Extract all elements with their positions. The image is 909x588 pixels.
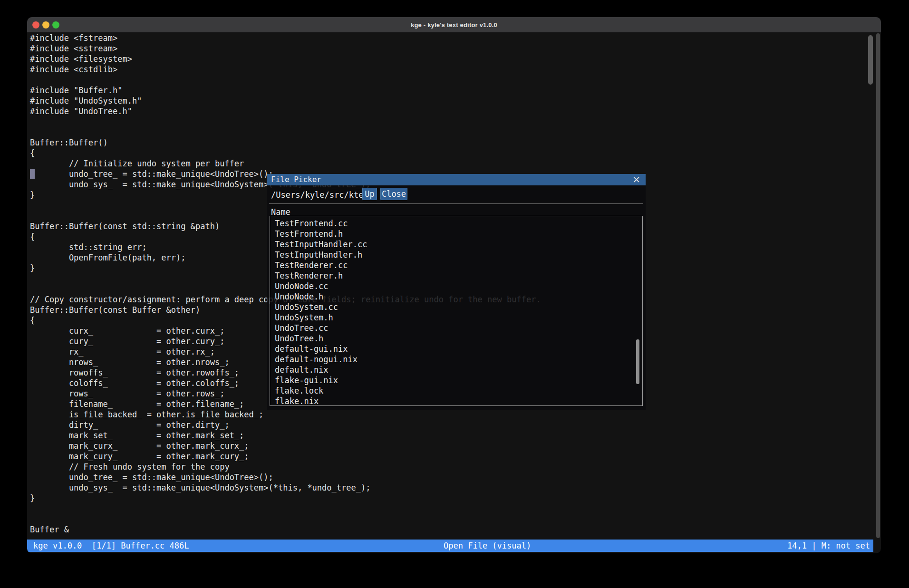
text-cursor [30,169,35,179]
code-line: { [30,148,871,158]
code-line: #include <cstdlib> [30,64,871,75]
editor-scrollbar-thumb[interactable] [868,35,873,85]
code-line: // Initialize undo system per buffer [30,158,871,169]
file-list-scrollbar-thumb[interactable] [636,339,639,384]
code-line [30,503,871,514]
code-line: #include <filesystem> [30,54,871,64]
file-list-item[interactable]: flake.nix [270,396,642,406]
file-list-item[interactable]: UndoNode.h [270,291,642,302]
code-line: undo_tree_ = std::make_unique<UndoTree>(… [30,472,871,482]
code-line [30,116,871,127]
window-titlebar: kge - kyle's text editor v1.0.0 [27,17,881,32]
code-line: #include "UndoTree.h" [30,106,871,116]
file-list-item[interactable]: UndoSystem.h [270,312,642,323]
code-line: is_file_backed_ = other.is_file_backed_; [30,409,871,420]
code-line: Buffer::Buffer() [30,137,871,148]
code-line: } [30,493,871,503]
traffic-lights [32,17,59,32]
file-list-item[interactable]: flake-gui.nix [270,375,642,386]
code-line: mark_cury_ = other.mark_cury_; [30,451,871,462]
file-list-item[interactable]: default-nogui.nix [270,354,642,365]
status-bar: kge v1.0.0 [1/1] Buffer.cc 486L Open Fil… [27,540,873,552]
file-list-item[interactable]: TestFrontend.h [270,229,642,239]
file-list-items: TestFrontend.ccTestFrontend.hTestInputHa… [270,218,642,406]
file-picker-title: File Picker [271,174,321,185]
code-line: dirty_ = other.dirty_; [30,420,871,430]
code-line: #include <sstream> [30,43,871,54]
file-list-item[interactable]: TestRenderer.h [270,270,642,281]
file-list-item[interactable]: TestInputHandler.cc [270,239,642,250]
code-line: #include "Buffer.h" [30,85,871,96]
code-line [30,75,871,85]
code-line: mark_curx_ = other.mark_curx_; [30,441,871,451]
code-line [30,127,871,137]
editor-window: kge - kyle's text editor v1.0.0 #include… [27,17,881,553]
file-list-item[interactable]: TestInputHandler.h [270,250,642,260]
file-picker-dialog: File Picker × /Users/kyle/src/kte Up Clo… [267,174,646,410]
status-cursor-position: 14,1 | M: not set [787,540,870,552]
status-mode: Open File (visual) [444,540,531,552]
code-line: // Fresh undo system for the copy [30,462,871,472]
file-picker-titlebar[interactable]: File Picker × [267,174,646,185]
file-list-item[interactable]: TestFrontend.cc [270,218,642,229]
file-list-item[interactable]: default.nix [270,365,642,375]
screen: kge - kyle's text editor v1.0.0 #include… [0,0,909,588]
code-line: Buffer & [30,524,871,535]
file-list[interactable]: TestFrontend.ccTestFrontend.hTestInputHa… [270,216,643,406]
minimize-window-button[interactable] [42,21,49,29]
close-icon[interactable]: × [632,174,640,185]
status-file-info: kge v1.0.0 [1/1] Buffer.cc 486L [33,540,189,552]
current-path-label: /Users/kyle/src/kte [271,189,363,201]
editor-scrollbar-track[interactable] [876,33,880,538]
window-title: kge - kyle's text editor v1.0.0 [411,21,497,29]
close-window-button[interactable] [32,21,39,29]
zoom-window-button[interactable] [52,21,59,29]
dialog-separator [269,203,643,204]
file-list-item[interactable]: TestRenderer.cc [270,260,642,270]
code-line: undo_sys_ = std::make_unique<UndoSystem>… [30,482,871,493]
up-button[interactable]: Up [362,188,377,200]
code-line [30,514,871,524]
file-list-item[interactable]: flake.lock [270,386,642,396]
file-list-item[interactable]: default-gui.nix [270,344,642,354]
file-list-item[interactable]: UndoTree.cc [270,323,642,333]
file-list-item[interactable]: UndoSystem.cc [270,302,642,312]
code-line: mark_set_ = other.mark_set_; [30,430,871,441]
code-line: #include <fstream> [30,33,871,43]
file-list-item[interactable]: UndoTree.h [270,333,642,344]
code-line: #include "UndoSystem.h" [30,96,871,106]
close-button[interactable]: Close [380,188,407,200]
file-list-item[interactable]: UndoNode.cc [270,281,642,291]
